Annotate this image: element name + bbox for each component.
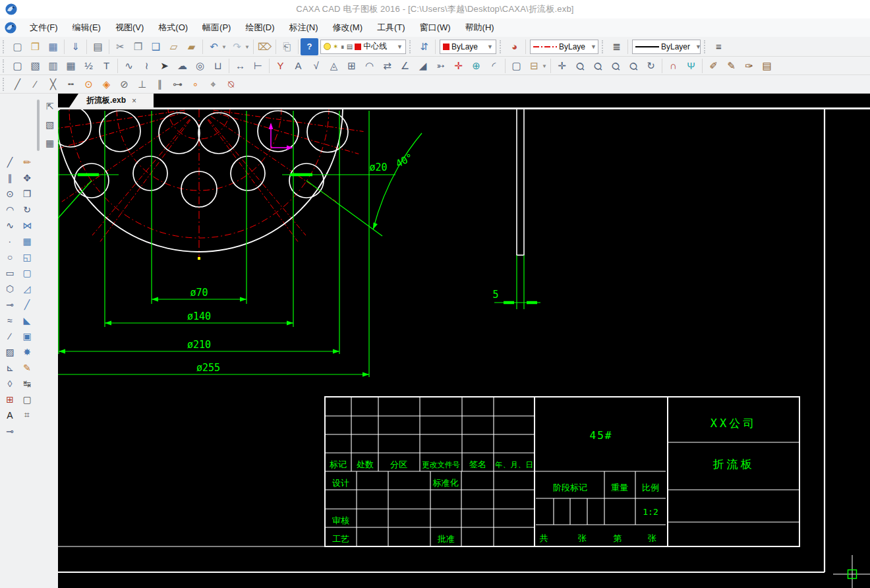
chamfer-dim-button[interactable]: ◢ (414, 57, 432, 74)
groove-button[interactable]: ⊔ (209, 57, 227, 74)
coordinate-dim-button[interactable]: ⊢ (249, 57, 267, 74)
linear-dim-button[interactable]: ↔ (231, 57, 249, 74)
edit-polyline-button[interactable]: ✑ (740, 57, 758, 74)
save-file-button[interactable]: ▦ (44, 38, 62, 55)
spline-button[interactable]: ∿ (1, 218, 18, 233)
rotate-view-button[interactable]: ↻ (642, 57, 660, 74)
linetype-manager-button[interactable]: ≣ (608, 38, 625, 55)
insert-object-button[interactable]: ⎗ (278, 38, 296, 55)
snap-quadrant-button[interactable]: ◈ (98, 76, 115, 93)
ellipse-button[interactable]: ○ (1, 249, 18, 264)
scale-button[interactable]: ◱ (18, 249, 36, 264)
hatch-button[interactable]: ▨ (1, 344, 18, 359)
leader-button[interactable]: ➤ (156, 57, 173, 74)
layer-settings-button[interactable]: ⇵ (415, 38, 433, 55)
measure-distance-button[interactable]: ⌗ (18, 407, 36, 423)
chevron-down-icon[interactable]: ▼ (245, 44, 250, 50)
centerline-tool-button[interactable]: ⊸ (1, 297, 18, 312)
datum-leader-button[interactable]: A (289, 57, 307, 74)
insert-block-button[interactable]: ▣ (18, 328, 36, 343)
bom-table-button[interactable]: T (98, 57, 115, 74)
dim-swap-button[interactable]: ⇄ (378, 57, 396, 74)
view-preview-button[interactable]: ▢ (18, 392, 36, 407)
extend-button[interactable]: ╱ (18, 297, 36, 312)
snap-center-button[interactable]: ⊙ (80, 76, 98, 93)
rotate-button[interactable]: ↻ (18, 202, 36, 217)
edit-entity-button[interactable]: ✐ (705, 57, 722, 74)
polygon-button[interactable]: ⬡ (1, 281, 18, 296)
table-insert-button[interactable]: ▦ (62, 57, 80, 74)
paste-special-button[interactable]: ▰ (183, 38, 200, 55)
line-button[interactable]: ╱ (1, 154, 18, 169)
snap-connect-button[interactable]: ⊶ (169, 76, 187, 93)
menu-draw[interactable]: 绘图(D) (238, 18, 281, 37)
document-tab[interactable]: 折流板.exb × (69, 94, 154, 107)
point-button[interactable]: ∙ (1, 233, 18, 249)
undo-button[interactable]: ↶▼ (205, 38, 223, 55)
layer-combobox[interactable]: ✶ ∎ ▤ 中心线 ▼ (320, 40, 406, 54)
lineweight-combobox[interactable]: ByLayer ▼ (632, 40, 701, 54)
measure-tool-button[interactable]: ⊟▼ (525, 57, 543, 74)
toolbar-overflow-button[interactable]: ≡ (710, 38, 728, 55)
drawing-canvas[interactable]: 折流板.exb × ø70ø140ø210ø255ø2040°5 标记 处数 分… (58, 94, 870, 588)
view-manager-button[interactable]: ▢ (508, 57, 525, 74)
help-button[interactable]: ? (301, 38, 318, 55)
spline-curve-button[interactable]: ∿ (120, 57, 138, 74)
circle-button[interactable]: ⊙ (1, 186, 18, 201)
erase-button[interactable]: ✏ (18, 154, 36, 169)
snap-intersection-button[interactable]: ╳ (44, 76, 62, 93)
circle-mark-button[interactable]: ⊕ (467, 57, 485, 74)
text-button[interactable]: A (1, 407, 18, 423)
menu-modify[interactable]: 修改(M) (326, 18, 370, 37)
app-menu-icon[interactable] (4, 21, 17, 34)
break-line-button[interactable]: ≀ (138, 57, 156, 74)
stretch-button[interactable]: ▢ (18, 265, 36, 280)
menu-dimension[interactable]: 标注(N) (281, 18, 325, 37)
rectangle-button[interactable]: ▭ (1, 265, 18, 280)
section-view-button[interactable]: ◎ (191, 57, 209, 74)
paper-tools-button[interactable]: ⇱ (41, 97, 59, 115)
title-block-insert-button[interactable]: ▧ (26, 57, 44, 74)
chevron-down-icon[interactable]: ▼ (542, 63, 547, 69)
dim-driver-button[interactable]: ↹ (18, 376, 36, 391)
arc-dim-button[interactable]: ◜ (485, 57, 503, 74)
copy-with-basepoint-button[interactable]: ❑ (147, 38, 165, 55)
snap-node-button[interactable]: ∘ (187, 76, 204, 93)
copy-entities-button[interactable]: ❐ (18, 186, 36, 201)
revision-cloud-button[interactable]: ☁ (173, 57, 191, 74)
copy-button[interactable]: ❐ (129, 38, 147, 55)
snap-midpoint-button[interactable]: ∕ (26, 76, 44, 93)
snap-magnet-button[interactable]: ∩ (664, 57, 682, 74)
wave-line-button[interactable]: ≈ (1, 312, 18, 328)
trim-button[interactable]: ◿ (18, 281, 36, 296)
paper-setup-button[interactable]: ▢ (9, 57, 26, 74)
dim-edit-tool-button[interactable]: ✎ (18, 360, 36, 375)
close-tab-icon[interactable]: × (132, 96, 136, 105)
purge-button[interactable]: ⌦ (256, 38, 274, 55)
color-palette-button[interactable]: ◕ (506, 38, 523, 55)
center-mark-button[interactable]: ✛ (450, 57, 467, 74)
snap-nearest-button[interactable]: ⌖ (204, 76, 222, 93)
titleblock-tools-button[interactable]: ▦ (41, 134, 59, 152)
menu-view[interactable]: 视图(V) (108, 18, 151, 37)
datum-button[interactable]: ◬ (325, 57, 343, 74)
paste-button[interactable]: ▱ (165, 38, 183, 55)
snap-parallel-button[interactable]: ∥ (151, 76, 169, 93)
tolerance-dim-button[interactable]: ⊞ (343, 57, 361, 74)
color-combobox[interactable]: ByLaye ▼ (440, 40, 496, 54)
new-file-button[interactable]: ▢ (9, 38, 26, 55)
chevron-down-icon[interactable]: ▼ (221, 44, 227, 50)
two-point-line-button[interactable]: ∕ (1, 328, 18, 343)
explode-button[interactable]: ✸ (18, 344, 36, 359)
arrow-dim-button[interactable]: ➳ (432, 57, 450, 74)
menu-file[interactable]: 文件(F) (22, 18, 65, 37)
chamfer-button[interactable]: ◣ (18, 312, 36, 328)
snap-endpoint-button[interactable]: ╱ (9, 76, 26, 93)
redo-button[interactable]: ↷▼ (228, 38, 246, 55)
edit-note-button[interactable]: ▤ (758, 57, 776, 74)
menu-tools[interactable]: 工具(T) (370, 18, 413, 37)
snap-clear-button[interactable]: ⍉ (222, 76, 240, 93)
frame-fill-button[interactable]: ▥ (44, 57, 62, 74)
curve-dim-button[interactable]: ◠ (361, 57, 378, 74)
linetype-combobox[interactable]: ByLaye ▼ (530, 40, 598, 54)
